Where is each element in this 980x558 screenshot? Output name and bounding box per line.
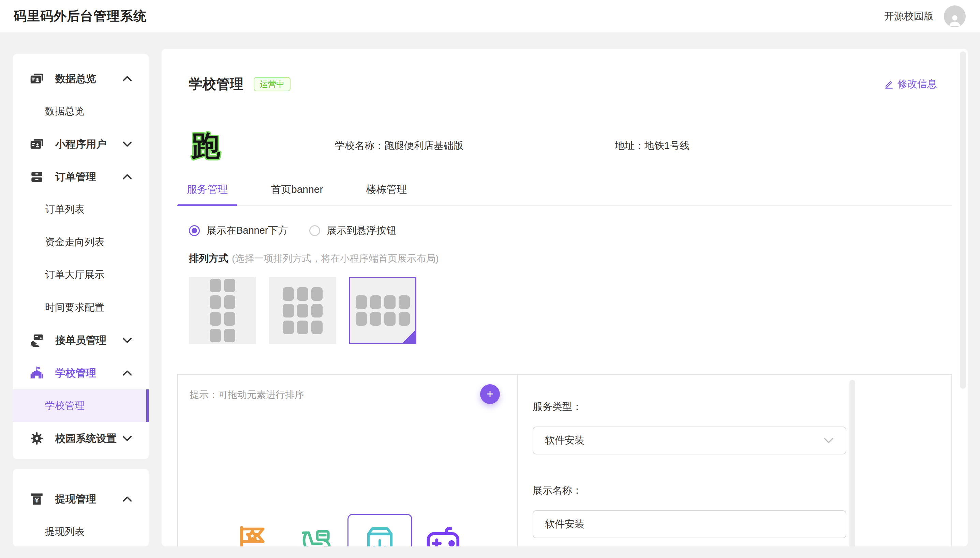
sidebar-item-label: 订单管理 [55, 170, 96, 184]
app-root: 码里码外后台管理系统 开源校园版 数据总览 数据总览 [0, 0, 980, 558]
user-icon [947, 12, 962, 27]
radio-dot [189, 225, 200, 236]
hand-card-icon [29, 333, 44, 348]
service-config-panel: 提示：可拖动元素进行排序 + [177, 374, 952, 547]
svg-text:¥: ¥ [35, 497, 39, 504]
service-form-pane: 服务类型： 软件安装 展示名称： 展示图标： [518, 375, 951, 547]
chevron-up-icon [122, 369, 132, 376]
service-type-select[interactable]: 软件安装 [533, 427, 847, 455]
main-scrollbar[interactable] [960, 51, 966, 389]
school-name-value: 跑腿便利店基础版 [384, 140, 463, 151]
selected-corner-mark [402, 330, 416, 343]
sidebar-item-campus-system-settings[interactable]: 校园系统设置 [13, 422, 149, 455]
tab-home-banner[interactable]: 首页banner [261, 182, 333, 205]
sidebar-subitem-label: 提现列表 [45, 525, 84, 538]
sidebar-subitem-label: 数据总览 [45, 105, 84, 118]
school-logo: 跑 [189, 130, 223, 161]
sidebar-item-mini-program-users[interactable]: 小程序用户 [13, 128, 149, 161]
layout-option-3x3[interactable] [269, 277, 336, 344]
radio-label: 展示到悬浮按钮 [327, 224, 396, 238]
sidebar-subitem-withdraw-list[interactable]: 提现列表 [13, 515, 149, 547]
sidebar-item-label: 小程序用户 [55, 137, 106, 151]
sidebar-subitem-label: 订单列表 [45, 203, 84, 216]
chevron-down-icon [122, 337, 132, 344]
tab-bar: 服务管理 首页banner 楼栋管理 [177, 182, 952, 206]
school-address-label: 地址： [615, 140, 644, 151]
flag-icon[interactable] [235, 525, 269, 547]
sidebar-subitem-order-hall-display[interactable]: 订单大厅展示 [13, 259, 149, 291]
sidebar-card-withdraw: ¥ 提现管理 提现列表 [13, 469, 149, 547]
gamepad-icon[interactable] [425, 525, 462, 547]
sidebar-item-label: 接单员管理 [55, 333, 106, 348]
display-name-label: 展示名称： [533, 484, 951, 497]
edition-label: 开源校园版 [884, 10, 934, 23]
main-panel: 学校管理 运营中 修改信息 跑 学校名称：跑腿便利店基础版 地址：地铁1号线 服… [161, 49, 968, 547]
id-card-icon [29, 136, 44, 152]
service-icon-list [178, 511, 517, 547]
radio-display-floating-button[interactable]: 展示到悬浮按钮 [309, 224, 396, 238]
app-title: 码里码外后台管理系统 [14, 8, 147, 25]
chevron-up-icon [122, 75, 132, 82]
sidebar-item-school-management[interactable]: 学校管理 [13, 357, 149, 389]
sidebar-subitem-label: 学校管理 [45, 399, 84, 412]
service-type-value: 软件安装 [545, 434, 585, 447]
status-badge: 运营中 [254, 77, 290, 91]
page-title: 学校管理 [189, 75, 244, 94]
chevron-up-icon [122, 173, 132, 180]
top-bar: 码里码外后台管理系统 开源校园版 [0, 0, 980, 32]
layout-option-2x4[interactable] [189, 277, 256, 344]
radio-label: 展示在Banner下方 [207, 224, 288, 238]
sidebar-subitem-label: 订单大厅展示 [45, 268, 104, 282]
package-icon [364, 524, 396, 547]
chevron-down-icon [122, 141, 132, 148]
edit-icon [884, 79, 894, 89]
sidebar-item-withdraw-management[interactable]: ¥ 提现管理 [13, 483, 149, 515]
form-scrollbar[interactable] [850, 380, 855, 547]
layout-option-4x2-selected[interactable] [349, 277, 416, 344]
layout-preview-grid [356, 295, 410, 326]
sidebar-item-order-taker-management[interactable]: 接单员管理 [13, 324, 149, 357]
chevron-down-icon [122, 435, 132, 442]
sidebar-item-data-overview[interactable]: 数据总览 [13, 62, 149, 95]
sidebar: 数据总览 数据总览 小程序用户 订单管理 [13, 49, 149, 547]
sidebar-subitem-fund-flow-list[interactable]: 资金走向列表 [13, 226, 149, 259]
tab-building-management[interactable]: 楼栋管理 [356, 182, 416, 205]
sidebar-subitem-order-list[interactable]: 订单列表 [13, 193, 149, 226]
archive-icon [29, 169, 44, 184]
tab-service-management[interactable]: 服务管理 [177, 182, 237, 205]
withdraw-icon: ¥ [29, 492, 44, 507]
radio-display-under-banner[interactable]: 展示在Banner下方 [189, 224, 288, 238]
arrange-label: 排列方式 [189, 252, 229, 265]
sidebar-subitem-label: 资金走向列表 [45, 235, 104, 249]
add-service-button[interactable]: + [480, 384, 500, 404]
sidebar-item-label: 数据总览 [55, 72, 96, 86]
layout-options [189, 277, 937, 344]
sidebar-subitem-time-requirement-config[interactable]: 时间要求配置 [13, 291, 149, 324]
sidebar-card-main: 数据总览 数据总览 小程序用户 订单管理 [13, 54, 149, 459]
school-name: 学校名称：跑腿便利店基础版 [335, 139, 463, 153]
layout-preview-grid [283, 287, 323, 334]
sidebar-subitem-data-overview[interactable]: 数据总览 [13, 95, 149, 128]
sidebar-item-order-management[interactable]: 订单管理 [13, 161, 149, 193]
scooter-icon[interactable] [296, 525, 335, 547]
avatar[interactable] [944, 5, 966, 27]
drag-tip: 提示：可拖动元素进行排序 [189, 388, 517, 401]
chevron-down-icon [823, 437, 834, 444]
school-icon [29, 366, 44, 381]
id-card-icon [29, 71, 44, 86]
radio-dot [309, 225, 320, 236]
edit-info-label: 修改信息 [898, 77, 937, 91]
gear-icon [29, 431, 44, 446]
display-name-input[interactable] [533, 510, 847, 538]
sidebar-item-label: 校园系统设置 [55, 432, 117, 446]
service-type-label: 服务类型： [533, 400, 951, 414]
sidebar-item-label: 学校管理 [55, 366, 96, 380]
sidebar-subitem-label: 时间要求配置 [45, 301, 104, 314]
sidebar-subitem-school-management[interactable]: 学校管理 [13, 389, 149, 422]
school-address-value: 地铁1号线 [644, 140, 690, 151]
edit-info-link[interactable]: 修改信息 [884, 77, 937, 91]
sidebar-item-label: 提现管理 [55, 492, 96, 506]
arrange-hint: (选择一项排列方式，将在小程序端首页展示布局) [232, 252, 439, 265]
selected-service-tile[interactable] [348, 514, 412, 547]
school-address: 地址：地铁1号线 [615, 139, 690, 153]
